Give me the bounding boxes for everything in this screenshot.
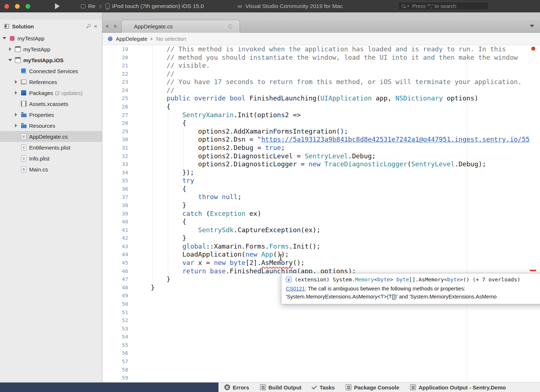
code-line[interactable]: 30 options2.Dsn = "https://5a193123a9b84…	[102, 135, 540, 144]
line-number[interactable]: 50	[102, 300, 128, 308]
code-line[interactable]: 34 });	[102, 169, 540, 177]
code-line[interactable]: 24 //	[102, 86, 540, 95]
code-line[interactable]: 42 }	[102, 234, 540, 242]
line-number[interactable]: 20	[102, 54, 128, 62]
line-number[interactable]: 36	[102, 185, 128, 193]
breadcrumb-selection[interactable]: No selection	[156, 36, 186, 42]
chevron-right-icon[interactable]	[14, 91, 18, 95]
code-line[interactable]: 57	[102, 357, 540, 366]
minimize-button[interactable]	[15, 4, 20, 9]
error-code-link[interactable]: CS0121	[286, 286, 305, 292]
breadcrumb-scope[interactable]: AppDelegate	[116, 36, 147, 42]
chevron-right-icon[interactable]	[14, 113, 18, 116]
line-number[interactable]: 24	[102, 86, 128, 95]
line-number[interactable]: 34	[102, 169, 128, 177]
tree-item-packages[interactable]: Packages(2 updates)	[0, 87, 102, 98]
line-number[interactable]: 58	[102, 366, 128, 374]
code-line[interactable]: 45 var x = new byte[2].AsMemory();	[102, 259, 540, 267]
zoom-button[interactable]	[25, 4, 30, 9]
code-line[interactable]: 52	[102, 316, 540, 325]
chevron-right-icon[interactable]	[8, 47, 12, 51]
code-line[interactable]: 56	[102, 349, 540, 357]
code-line[interactable]: 23 // You have 17 seconds to return from…	[102, 78, 540, 86]
code-line[interactable]: 32 options2.DiagnosticLevel = SentryLeve…	[102, 152, 540, 161]
pad-button-errors[interactable]: Errors	[224, 384, 249, 391]
tree-item-properties[interactable]: Properties	[0, 109, 102, 120]
code-line[interactable]: 44 LoadApplication(new App());	[102, 250, 540, 259]
code-line[interactable]: 54	[102, 333, 540, 341]
code-line[interactable]: 31 options2.Debug = true;	[102, 144, 540, 152]
line-number[interactable]: 29	[102, 127, 128, 136]
close-button[interactable]	[4, 4, 9, 9]
code-line[interactable]: 20 // method you should instantiate the …	[102, 54, 540, 62]
line-number[interactable]: 55	[102, 341, 128, 349]
code-line[interactable]: 53	[102, 325, 540, 333]
line-number[interactable]: 46	[102, 267, 128, 276]
line-number[interactable]: 44	[102, 250, 128, 259]
nav-forward-button[interactable]	[111, 20, 120, 32]
device-selector[interactable]: iPod touch (7th generation) iOS 15.0	[106, 0, 204, 12]
pad-button-package-console[interactable]: Package Console	[346, 384, 399, 391]
code-line[interactable]: 58	[102, 366, 540, 374]
line-number[interactable]: 57	[102, 357, 128, 366]
run-button[interactable]	[53, 3, 61, 10]
pad-button-build-output[interactable]: Build Output	[260, 384, 301, 391]
close-icon[interactable]	[94, 23, 98, 29]
line-number[interactable]: 48	[102, 284, 128, 292]
tree-item-entitlements-plist[interactable]: Entitlements.plist	[0, 142, 102, 153]
build-config-selector[interactable]: Re	[81, 0, 101, 12]
line-number[interactable]: 25	[102, 94, 128, 103]
pad-button-application-output-sentry-demo[interactable]: Application Output - Sentry.Demo	[410, 384, 506, 391]
code-area[interactable]: 19 // This method is invoked when the ap…	[102, 45, 540, 382]
tree-item-mytestapp-ios[interactable]: myTestApp.iOS	[0, 55, 102, 66]
code-line[interactable]: 19 // This method is invoked when the ap…	[102, 45, 540, 54]
tab-appdelegate[interactable]: AppDelegate.cs	[121, 20, 240, 33]
search-input[interactable]	[411, 3, 485, 9]
line-number[interactable]: 42	[102, 234, 128, 242]
pin-icon[interactable]	[85, 23, 92, 29]
tree-item-mytestapp[interactable]: myTestApp	[0, 44, 102, 55]
code-line[interactable]: 26 {	[102, 103, 540, 111]
line-number[interactable]: 54	[102, 333, 128, 341]
code-line[interactable]: 37 throw null;	[102, 193, 540, 201]
code-line[interactable]: 21 // visible.	[102, 62, 540, 70]
code-line[interactable]: 29 options2.AddXamarinFormsIntegration()…	[102, 127, 540, 136]
line-number[interactable]: 53	[102, 325, 128, 333]
line-number[interactable]: 39	[102, 210, 128, 218]
line-number[interactable]: 27	[102, 111, 128, 119]
chevron-right-icon[interactable]	[14, 80, 18, 84]
line-number[interactable]: 38	[102, 201, 128, 210]
line-number[interactable]: 26	[102, 103, 128, 111]
line-number[interactable]: 35	[102, 177, 128, 185]
line-number[interactable]: 47	[102, 275, 128, 284]
code-line[interactable]: 38 }	[102, 201, 540, 210]
tree-item-references[interactable]: References	[0, 76, 102, 87]
tab-list-dropdown[interactable]	[530, 20, 534, 32]
line-number[interactable]: 23	[102, 78, 128, 86]
code-line[interactable]: 51	[102, 308, 540, 317]
line-number[interactable]: 41	[102, 226, 128, 234]
chevron-down-icon[interactable]	[8, 59, 12, 61]
search-field[interactable]	[398, 2, 489, 10]
tree-item-appdelegate-cs[interactable]: AppDelegate.cs	[0, 131, 102, 142]
code-line[interactable]: 59	[102, 374, 540, 382]
code-line[interactable]: 55	[102, 341, 540, 349]
line-number[interactable]: 28	[102, 119, 128, 127]
line-number[interactable]: 43	[102, 242, 128, 251]
code-line[interactable]: 39 catch (Exception ex)	[102, 210, 540, 218]
line-number[interactable]: 21	[102, 62, 128, 70]
modified-indicator-icon[interactable]	[228, 24, 232, 28]
line-number[interactable]: 56	[102, 349, 128, 357]
line-number[interactable]: 22	[102, 70, 128, 78]
code-line[interactable]: 35 try	[102, 177, 540, 185]
tree-item-assets-xcassets[interactable]: Assets.xcassets	[0, 98, 102, 109]
nav-back-button[interactable]	[102, 20, 111, 32]
line-number[interactable]: 45	[102, 259, 128, 267]
pad-button-tasks[interactable]: Tasks	[312, 384, 335, 391]
code-line[interactable]: 27 SentryXamarin.Init(options2 =>	[102, 111, 540, 119]
code-line[interactable]: 33 options2.DiagnosticLogger = new Trace…	[102, 160, 540, 169]
line-number[interactable]: 40	[102, 218, 128, 226]
code-line[interactable]: 28 {	[102, 119, 540, 127]
line-number[interactable]: 49	[102, 292, 128, 300]
tree-item-main-cs[interactable]: Main.cs	[0, 164, 102, 175]
